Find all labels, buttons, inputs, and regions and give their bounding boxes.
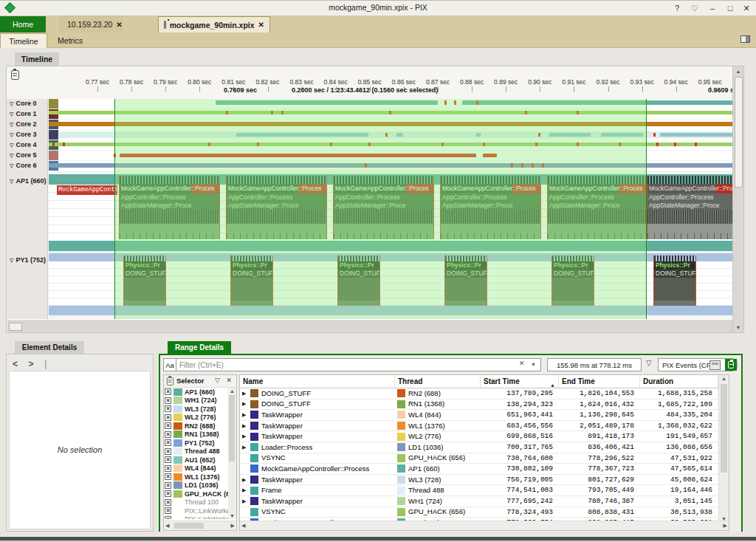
timeline-event-block[interactable]: Physics::PrDOING_STUFF: [123, 255, 166, 306]
selector-item[interactable]: ✕Thread 488: [164, 447, 229, 456]
selector-checkbox[interactable]: ✕: [165, 439, 171, 446]
selector-item[interactable]: ✕PY1 (752): [164, 439, 229, 447]
clear-filter-icon[interactable]: ✕: [519, 360, 525, 367]
collapse-icon[interactable]: ▽: [10, 122, 13, 127]
nav-back-icon[interactable]: <: [13, 359, 18, 369]
timeline-panel-tab[interactable]: Timeline: [15, 52, 59, 66]
selector-checkbox[interactable]: ✕: [165, 456, 171, 463]
row-expand-icon[interactable]: ▶: [242, 485, 247, 495]
table-row[interactable]: ▶FrameThread 488774,541,003793,705,44919…: [240, 485, 718, 496]
row-expand-icon[interactable]: ▶: [242, 399, 247, 410]
filter-dropdown-icon[interactable]: ▼: [531, 362, 536, 367]
scroll-left-icon[interactable]: ◀: [165, 523, 169, 529]
selector-item[interactable]: ✕Thread 100: [164, 498, 229, 507]
collapse-icon[interactable]: ▽: [10, 153, 13, 158]
funnel-icon[interactable]: ▽: [646, 359, 652, 367]
range-duration-box[interactable]: 155.98 ms at 778.12 ms: [547, 358, 642, 371]
selector-checkbox[interactable]: ✕: [165, 465, 171, 472]
timeline-hscrollbar[interactable]: [7, 320, 732, 332]
scroll-down-icon[interactable]: ▼: [733, 325, 743, 330]
track-label-ap1[interactable]: ▽AP1 (660): [10, 177, 46, 185]
selector-item[interactable]: ✕AP1 (660): [164, 388, 229, 397]
scroll-thumb[interactable]: [229, 395, 235, 462]
table-row[interactable]: VSYNCGPU_HACK (656)730,764,600778,296,52…: [240, 453, 718, 464]
table-hscrollbar[interactable]: ◀ ▶: [240, 521, 729, 530]
selector-item[interactable]: ✕WL3 (728): [164, 405, 229, 414]
selector-checkbox[interactable]: ✕: [165, 414, 171, 421]
core-track[interactable]: [49, 120, 743, 129]
tab-device[interactable]: 10.159.23.20 ✕: [59, 16, 123, 32]
selector-checkbox[interactable]: ✕: [165, 516, 171, 519]
selector-checkbox[interactable]: ✕: [165, 397, 171, 404]
selector-item[interactable]: ✕WL2 (776): [164, 414, 229, 422]
tab-document-active[interactable]: mockgame_90min.xpix ✕: [158, 16, 270, 32]
core-track[interactable]: [49, 161, 743, 171]
table-row[interactable]: ▶DOING_STUFFRN2 (688)137,789,2951,826,10…: [240, 388, 718, 399]
selector-checkbox[interactable]: ✕: [165, 405, 171, 412]
row-expand-icon[interactable]: ▶: [242, 421, 247, 431]
track-label-py1[interactable]: ▽PY1 (752): [10, 256, 46, 264]
timeline-event-block[interactable]: MockGameAppController::ProcesAppControll…: [647, 176, 743, 239]
core-row-label[interactable]: ▽Core 5: [10, 151, 36, 159]
selector-checkbox[interactable]: ✕: [165, 482, 171, 489]
copy-timeline-icon[interactable]: [11, 70, 19, 80]
scroll-up-icon[interactable]: ▲: [719, 376, 729, 381]
core-track[interactable]: [49, 109, 743, 119]
core-row-label[interactable]: ▽Core 4: [10, 141, 36, 148]
layout-pane-icon[interactable]: [740, 35, 750, 43]
selector-checkbox[interactable]: ✕: [165, 507, 171, 514]
nav-forward-icon[interactable]: >: [28, 359, 33, 369]
timeline-event-block[interactable]: MockGameAppController::ProcesAppControll…: [226, 176, 327, 239]
table-row[interactable]: ▶TaskWrapperWL1 (1376)683,456,5562,051,4…: [240, 421, 718, 432]
table-vscrollbar[interactable]: ▲ ▼: [718, 375, 729, 522]
selector-item[interactable]: ✕WH1 (724): [164, 397, 229, 405]
collapse-icon[interactable]: ▽: [10, 101, 13, 106]
table-column-header[interactable]: End Time: [559, 375, 640, 388]
selector-checkbox[interactable]: ✕: [165, 431, 171, 438]
timeline-event-block[interactable]: MockGameAppController::ProcesAppControll…: [333, 176, 434, 239]
core-track[interactable]: [49, 99, 743, 109]
row-expand-icon[interactable]: ▶: [242, 410, 247, 420]
row-expand-icon[interactable]: ▶: [242, 496, 247, 507]
close-selector-icon[interactable]: ✕: [226, 377, 232, 384]
time-axis[interactable]: 0.77 sec0.78 sec0.79 sec0.80 sec0.81 sec…: [48, 78, 743, 99]
table-row[interactable]: ▶DOING_STUFFRN1 (1368)138,294,3231,824,0…: [240, 399, 718, 411]
core-row-label[interactable]: ▽Core 2: [10, 120, 36, 128]
core-row-label[interactable]: ▽Core 3: [10, 131, 36, 138]
table-row[interactable]: ▶Loader::ProcessLD1 (1036)700,317,765836…: [240, 442, 718, 453]
table-row[interactable]: ▶TaskWrapperWL4 (844)651,963,4411,136,29…: [240, 410, 718, 421]
selector-checkbox[interactable]: ✕: [165, 499, 171, 506]
timeline-event-block[interactable]: MockGameAppController::ProcesAppControll…: [547, 176, 648, 239]
selector-item[interactable]: ✕RN1 (1368): [164, 430, 229, 439]
table-column-header[interactable]: Duration: [640, 375, 718, 388]
close-button[interactable]: ✕: [738, 2, 755, 14]
copy-range-icon[interactable]: [725, 359, 737, 371]
collapse-icon[interactable]: ▽: [10, 179, 13, 184]
collapse-icon[interactable]: ▽: [10, 143, 13, 148]
scroll-thumb[interactable]: [735, 77, 743, 188]
table-column-header[interactable]: Name: [240, 375, 395, 388]
tab-timeline[interactable]: Timeline: [0, 33, 47, 48]
scroll-thumb[interactable]: [721, 384, 727, 473]
selector-item[interactable]: ✕PIX::LinkWorker: [164, 515, 229, 520]
scroll-right-icon[interactable]: ▶: [231, 523, 235, 529]
timeline-event-block[interactable]: MockGameAppController::ProcesAppControll…: [119, 176, 220, 239]
selector-checkbox[interactable]: ✕: [165, 422, 171, 429]
core-row-label[interactable]: ▽Core 1: [10, 110, 36, 117]
selector-checkbox[interactable]: ✕: [165, 473, 171, 480]
timeline-event-block-partial[interactable]: MockGameAppContr: [57, 185, 117, 195]
selector-checkbox[interactable]: ✕: [165, 388, 171, 395]
help-button[interactable]: ?: [669, 2, 685, 14]
timeline-event-block[interactable]: Physics::PrDOING_STUFF: [444, 255, 487, 306]
selector-checkbox[interactable]: ✕: [165, 448, 171, 455]
table-row[interactable]: ▶TaskWrapperWH1 (724)777,695,242780,746,…: [240, 496, 718, 507]
selector-item[interactable]: ✕AU1 (652): [164, 456, 229, 464]
filter-input[interactable]: [176, 358, 541, 371]
close-device-tab-icon[interactable]: ✕: [116, 21, 122, 29]
tab-metrics[interactable]: Metrics: [47, 33, 93, 48]
table-row[interactable]: ▶TaskWrapperWL2 (776)699,868,516891,418,…: [240, 431, 718, 442]
clipboard-icon[interactable]: [167, 377, 173, 385]
scroll-up-icon[interactable]: ▲: [228, 388, 236, 394]
row-expand-icon[interactable]: ▶: [242, 442, 247, 453]
element-details-tab[interactable]: Element Details: [15, 341, 84, 354]
